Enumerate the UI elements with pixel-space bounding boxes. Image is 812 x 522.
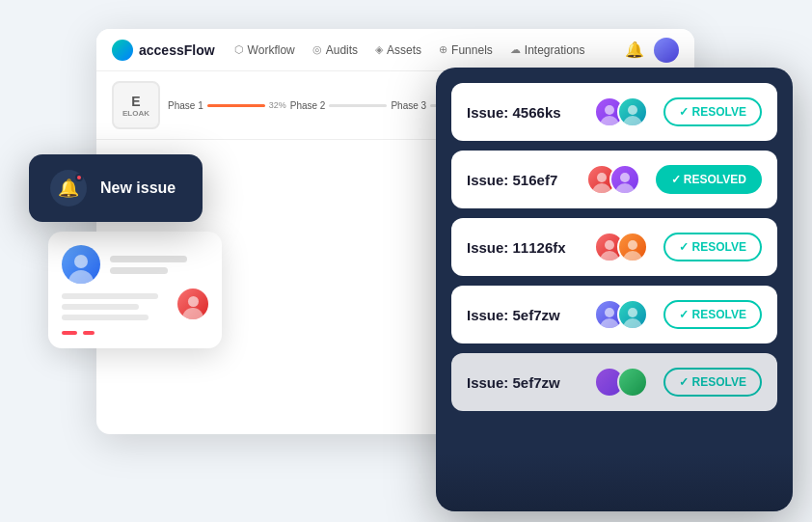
sil-head	[74, 255, 88, 268]
issue-avatar-516ef7-2	[609, 164, 640, 195]
logo: accessFlow	[112, 40, 215, 61]
notification-card: 🔔 New issue	[29, 154, 203, 222]
user-avatar-female	[62, 245, 100, 284]
nav-actions: 🔔	[625, 38, 679, 63]
issues-panel: Issue: 4566ks ✓ RESOLVE Is	[436, 68, 793, 511]
issue-avatars-516ef7	[586, 164, 640, 195]
issue-title-partial: Issue: 5ef7zw	[467, 374, 582, 391]
issue-card-partial: Issue: 5ef7zw ✓ RESOLVE	[451, 353, 777, 411]
nav-bar: accessFlow ⬡ Workflow ◎ Audits ◈ Assets …	[96, 29, 694, 71]
nav-label-funnels: Funnels	[451, 43, 493, 57]
badge-sub: ELOAK	[122, 109, 149, 118]
resolve-button-5ef7zw[interactable]: ✓ RESOLVE	[663, 300, 762, 329]
workflow-icon: ⬡	[234, 43, 244, 56]
phase-1-label: Phase 1	[168, 100, 203, 111]
resolve-button-partial[interactable]: ✓ RESOLVE	[663, 368, 762, 397]
red-dash-1	[62, 331, 77, 335]
assets-icon: ◈	[375, 43, 383, 56]
funnels-icon: ⊕	[439, 43, 447, 56]
badge-letter: E	[131, 94, 140, 109]
logo-text: accessFlow	[139, 42, 215, 58]
user-sub-line-2	[62, 304, 139, 310]
nav-label-integrations: Integrations	[525, 43, 585, 57]
nav-avatar[interactable]	[654, 38, 679, 63]
issue-title-516ef7: Issue: 516ef7	[467, 172, 575, 188]
issue-avatar-4566ks-2	[617, 96, 648, 127]
bell-notif-icon: 🔔	[58, 178, 79, 199]
phase-1-line	[207, 104, 265, 107]
issue-card-5ef7zw: Issue: 5ef7zw ✓ RESOLVE	[451, 286, 777, 343]
sil-body	[68, 270, 94, 284]
phase-badge: E ELOAK	[112, 81, 160, 129]
user-line-1	[110, 256, 187, 262]
nav-items: ⬡ Workflow ◎ Audits ◈ Assets ⊕ Funnels ☁	[234, 43, 606, 57]
audits-icon: ◎	[312, 43, 322, 56]
user-card	[48, 232, 222, 348]
issue-title-11126fx: Issue: 11126fx	[467, 239, 582, 256]
nav-item-funnels[interactable]: ⊕ Funnels	[439, 43, 493, 57]
issue-avatars-5ef7zw	[594, 299, 648, 330]
scene: accessFlow ⬡ Workflow ◎ Audits ◈ Assets …	[0, 0, 812, 522]
phase-step-2: Phase 2	[290, 100, 388, 111]
issue-card-516ef7: Issue: 516ef7 ✓ RESOLVED	[451, 151, 777, 208]
phase-3-label: Phase 3	[391, 100, 426, 111]
nav-item-assets[interactable]: ◈ Assets	[375, 43, 421, 57]
nav-label-assets: Assets	[387, 43, 421, 57]
issue-avatars-11126fx	[594, 232, 648, 262]
bell-icon[interactable]: 🔔	[625, 41, 644, 59]
sil-body-2	[182, 308, 203, 319]
phase-2-label: Phase 2	[290, 100, 326, 111]
user-sub-line-3	[62, 315, 149, 320]
phase-step-1: Phase 1 32%	[168, 100, 286, 111]
logo-icon	[112, 40, 133, 61]
integrations-icon: ☁	[510, 43, 521, 56]
nav-label-workflow: Workflow	[248, 43, 295, 57]
user-indicators	[62, 331, 208, 335]
nav-item-workflow[interactable]: ⬡ Workflow	[234, 43, 295, 57]
phase-2-line	[329, 104, 387, 107]
user-card-header	[62, 245, 208, 284]
issue-avatars-4566ks	[594, 96, 648, 127]
sil-head-2	[188, 296, 199, 307]
nav-item-audits[interactable]: ◎ Audits	[312, 43, 358, 57]
user-line-2	[110, 267, 168, 274]
issue-avatar-5ef7zw-2	[617, 299, 648, 330]
issue-card-4566ks: Issue: 4566ks ✓ RESOLVE	[451, 83, 777, 141]
notification-dot	[75, 174, 83, 181]
resolve-button-11126fx[interactable]: ✓ RESOLVE	[663, 233, 762, 261]
silhouette-male	[177, 288, 208, 319]
notification-text: New issue	[100, 179, 176, 197]
issue-title-4566ks: Issue: 4566ks	[467, 104, 582, 121]
resolved-button-516ef7[interactable]: ✓ RESOLVED	[656, 165, 762, 194]
issue-avatar-11126fx-2	[617, 232, 648, 262]
user-card-sub	[62, 293, 208, 335]
issue-title-5ef7zw: Issue: 5ef7zw	[467, 307, 582, 323]
red-dash-2	[83, 331, 95, 335]
nav-item-integrations[interactable]: ☁ Integrations	[510, 43, 585, 57]
issue-avatars-partial	[594, 367, 648, 398]
issue-avatar-partial-2	[617, 367, 648, 398]
silhouette-female	[62, 245, 100, 284]
notification-bell-container: 🔔	[50, 170, 87, 206]
phase-1-pct: 32%	[269, 100, 286, 110]
user-avatar-male	[177, 288, 208, 319]
user-info-lines	[110, 256, 187, 274]
resolve-button-4566ks[interactable]: ✓ RESOLVE	[663, 97, 762, 126]
nav-label-audits: Audits	[326, 43, 358, 57]
issue-card-11126fx: Issue: 11126fx ✓ RESOLVE	[451, 218, 777, 276]
user-sub-line-1	[62, 293, 158, 299]
